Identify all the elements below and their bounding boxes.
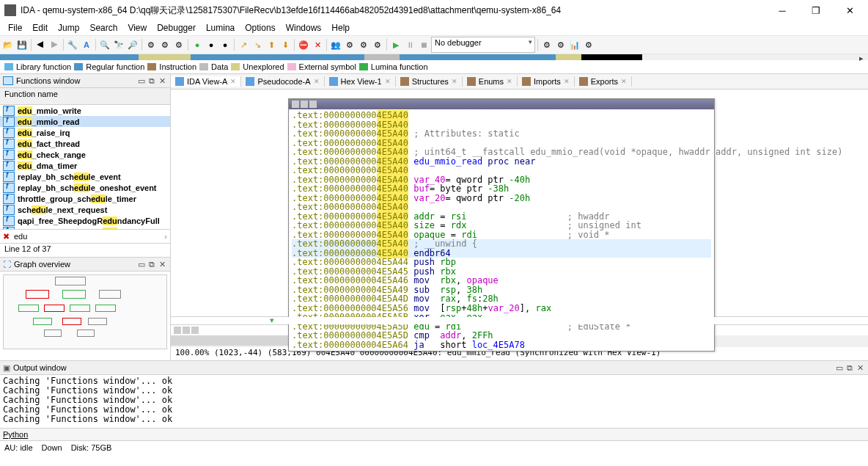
clear-filter-icon[interactable]: ✖ (3, 232, 10, 241)
function-row[interactable]: edu_raise_irq (0, 127, 170, 138)
disasm-line[interactable]: .text:00000000004E5A64 ja short loc_4E5A… (292, 341, 711, 350)
save-icon[interactable]: 💾 (15, 38, 29, 51)
tab-structures[interactable]: Structures✕ (396, 76, 463, 87)
tab-exports[interactable]: Exports✕ (575, 76, 632, 87)
pane-pin-icon[interactable]: ⧉ (147, 260, 157, 269)
navigation-band[interactable]: ▸ (0, 54, 868, 60)
tab-hex-view-1[interactable]: Hex View-1✕ (325, 76, 396, 87)
close-button[interactable]: ✕ (833, 0, 867, 21)
stop-icon[interactable]: ⛔ (297, 38, 310, 51)
function-row[interactable]: schedule_next_request (0, 204, 170, 215)
tab-close-icon[interactable]: ✕ (507, 78, 512, 85)
tool-icon[interactable]: ⚙ (343, 38, 356, 51)
scroll-right-icon[interactable]: › (164, 232, 167, 241)
run-icon[interactable]: ▶ (389, 38, 402, 51)
search-next-icon[interactable]: 🔎 (126, 38, 139, 51)
delete-icon[interactable]: ✕ (311, 38, 324, 51)
tool-icon[interactable]: ⚙ (582, 38, 595, 51)
graph-overview[interactable] (3, 274, 167, 349)
lumina-icon[interactable]: ● (191, 38, 204, 51)
menu-jump[interactable]: Jump (53, 22, 84, 34)
pane-pin-icon[interactable]: ⧉ (845, 363, 855, 373)
nav-fwd-icon[interactable]: ⯈ (48, 38, 61, 51)
disasm-tool-icon[interactable] (309, 101, 317, 108)
tab-close-icon[interactable]: ✕ (230, 78, 236, 85)
menu-options[interactable]: Options (240, 22, 280, 34)
ida-view[interactable]: .text:00000000004E5A40.text:00000000004E… (171, 90, 868, 317)
tool-icon[interactable]: ⚙ (554, 38, 567, 51)
pane-close-icon[interactable]: ✕ (855, 363, 865, 373)
people-icon[interactable]: 👥 (329, 38, 342, 51)
tool-icon[interactable]: ● (205, 38, 218, 51)
tool-icon[interactable]: 📊 (568, 38, 581, 51)
minimize-button[interactable]: ─ (765, 0, 799, 21)
tab-close-icon[interactable]: ✕ (621, 78, 627, 85)
maximize-button[interactable]: ❐ (799, 0, 833, 21)
function-row[interactable]: edu_fact_thread (0, 138, 170, 149)
open-icon[interactable]: 📂 (1, 38, 15, 51)
tab-close-icon[interactable]: ✕ (452, 78, 457, 85)
pane-restore-icon[interactable]: ▭ (136, 260, 147, 269)
tab-pseudocode-a[interactable]: Pseudocode-A✕ (241, 76, 324, 87)
view-tool-icon[interactable] (174, 327, 181, 334)
nav-icon[interactable]: ↘ (251, 38, 264, 51)
disassembly-listing[interactable]: .text:00000000004E5A40.text:00000000004E… (289, 109, 714, 351)
function-row[interactable]: edu_check_range (0, 149, 170, 160)
pane-restore-icon[interactable]: ▭ (834, 363, 845, 373)
search-icon[interactable]: 🔍 (98, 38, 111, 51)
menu-search[interactable]: Search (84, 22, 122, 34)
view-tool-icon[interactable] (191, 327, 199, 334)
tab-ida-view-a[interactable]: IDA View-A✕ (171, 76, 241, 87)
view-tool-icon[interactable] (183, 327, 190, 334)
tab-close-icon[interactable]: ✕ (314, 78, 320, 85)
menu-help[interactable]: Help (326, 22, 355, 34)
tool-icon[interactable]: ⚙ (540, 38, 553, 51)
tool-icon[interactable]: ⚙ (144, 38, 158, 51)
menu-windows[interactable]: Windows (281, 22, 327, 34)
tool-icon[interactable]: 🔧 (66, 38, 79, 51)
tool-icon[interactable]: ⚙ (158, 38, 172, 51)
tab-enums[interactable]: Enums✕ (463, 76, 518, 87)
binoculars-icon[interactable]: 🔭 (112, 38, 125, 51)
disasm-tool-icon[interactable] (292, 101, 299, 108)
tool-icon[interactable]: ⚙ (371, 38, 384, 51)
menu-debugger[interactable]: Debugger (152, 22, 201, 34)
pane-restore-icon[interactable]: ▭ (136, 76, 147, 86)
python-label[interactable]: Python (3, 430, 28, 439)
pause-icon[interactable]: ⏸ (403, 38, 416, 51)
pane-close-icon[interactable]: ✕ (157, 260, 167, 269)
menu-lumina[interactable]: Lumina (201, 22, 240, 34)
function-row[interactable]: edu_mmio_read (0, 116, 170, 127)
tab-close-icon[interactable]: ✕ (564, 78, 570, 85)
tab-close-icon[interactable]: ✕ (385, 78, 391, 85)
tool-icon[interactable]: ⚙ (357, 38, 370, 51)
tab-imports[interactable]: Imports✕ (518, 76, 575, 87)
disasm-tool-icon[interactable] (301, 101, 308, 108)
tool-icon[interactable]: ● (218, 38, 232, 51)
tool-icon[interactable]: ⚙ (172, 38, 185, 51)
pane-pin-icon[interactable]: ⧉ (147, 76, 157, 86)
pane-close-icon[interactable]: ✕ (157, 76, 167, 86)
nav-back-icon[interactable]: ⯇ (34, 38, 47, 51)
menu-edit[interactable]: Edit (27, 22, 53, 34)
function-row[interactable]: replay_bh_schedule_oneshot_event (0, 182, 170, 193)
python-cli[interactable]: Python (0, 428, 868, 440)
function-row[interactable]: throttle_group_schedule_timer (0, 193, 170, 204)
menu-view[interactable]: View (122, 22, 152, 34)
nav-icon[interactable]: ↗ (237, 38, 250, 51)
nav-icon[interactable]: ⬇ (279, 38, 292, 51)
nav-icon[interactable]: ⬆ (265, 38, 278, 51)
debugger-combo[interactable]: No debugger (431, 37, 535, 53)
secondary-nav-band[interactable]: ▾ (171, 317, 868, 324)
function-row[interactable]: replay_bh_schedule_event (0, 171, 170, 182)
stop-icon[interactable]: ⏹ (417, 38, 430, 51)
filter-input[interactable] (12, 231, 164, 241)
menu-file[interactable]: File (3, 22, 27, 34)
functions-list[interactable]: edu_mmio_writeedu_mmio_readedu_raise_irq… (0, 105, 170, 229)
function-row[interactable]: edu_mmio_write (0, 105, 170, 116)
output-body[interactable]: Caching 'Functions window'... okCaching … (0, 375, 868, 428)
function-row[interactable]: qapi_free_SheepdogRedundancyFull (0, 215, 170, 226)
functions-header[interactable]: Function name (0, 88, 170, 105)
function-row[interactable]: edu_dma_timer (0, 160, 170, 171)
text-icon[interactable]: A (80, 38, 93, 51)
